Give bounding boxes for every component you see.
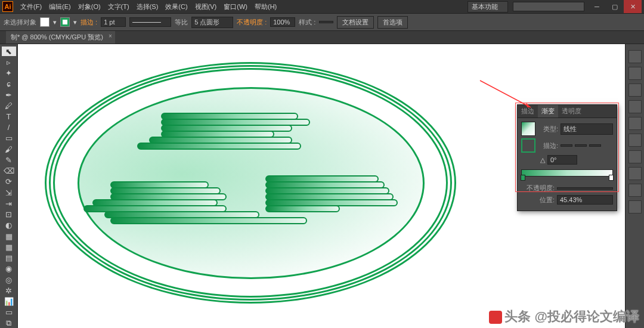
panel-icon-layers[interactable]: [628, 184, 642, 197]
menu-edit[interactable]: 编辑(E): [45, 2, 75, 11]
shape-builder-tool[interactable]: ◐: [2, 221, 16, 230]
document-setup-button[interactable]: 文档设置: [337, 16, 374, 29]
rotate-tool[interactable]: ⟳: [2, 177, 16, 187]
panel-icon-swatches[interactable]: [628, 67, 642, 80]
gradient-slider[interactable]: [521, 169, 613, 177]
line-tool[interactable]: /: [2, 123, 16, 132]
magic-wand-tool[interactable]: ✦: [2, 68, 16, 78]
panel-icon-stroke[interactable]: [628, 117, 642, 130]
panel-tabs: 描边 渐变 透明度: [518, 105, 617, 118]
stroke-label[interactable]: 描边 :: [80, 18, 97, 27]
menu-object[interactable]: 对象(O): [75, 2, 104, 11]
panel-opacity-field[interactable]: [557, 187, 613, 190]
direct-selection-tool[interactable]: ▹: [2, 57, 16, 67]
type-tool[interactable]: T: [2, 112, 16, 121]
search-input[interactable]: [513, 2, 584, 11]
eyedropper-tool[interactable]: ◉: [2, 264, 16, 274]
stroke-opt-1[interactable]: [561, 144, 572, 147]
stroke-dropdown-icon[interactable]: ▾: [73, 18, 77, 26]
blend-tool[interactable]: ◎: [2, 275, 16, 284]
eraser-tool[interactable]: ⌫: [2, 166, 16, 176]
style-label: 样式 :: [299, 18, 315, 27]
panel-tab-stroke[interactable]: 描边: [518, 105, 538, 117]
gradient-panel[interactable]: 描边 渐变 透明度 类型: 线性 描边: △ 0° 不透明度:: [517, 104, 617, 211]
panel-icon-symbols[interactable]: [628, 100, 642, 113]
watermark-logo-icon: [489, 311, 502, 324]
menu-select[interactable]: 选择(S): [133, 2, 162, 11]
fill-dropdown-icon[interactable]: ▾: [53, 18, 57, 26]
minimize-button[interactable]: ─: [588, 0, 606, 13]
panel-icon-artboards[interactable]: [628, 200, 642, 213]
panel-icon-gradient[interactable]: [628, 134, 642, 147]
menubar: Ai 文件(F) 编辑(E) 对象(O) 文字(T) 选择(S) 效果(C) 视…: [0, 0, 644, 13]
panel-tab-gradient[interactable]: 渐变: [538, 105, 558, 117]
opacity-field[interactable]: 100%: [270, 17, 295, 27]
menu-file[interactable]: 文件(F): [17, 2, 45, 11]
maximize-button[interactable]: ▢: [606, 0, 624, 13]
angle-field[interactable]: 0°: [547, 155, 577, 165]
gradient-tool[interactable]: ▤: [2, 253, 16, 262]
panel-icon-brushes[interactable]: [628, 83, 642, 97]
column-graph-tool[interactable]: 📊: [2, 296, 16, 306]
mesh-tool[interactable]: ▦: [2, 242, 16, 252]
document-tab[interactable]: 制* @ 800% (CMYK/GPU 预览) ×: [6, 31, 115, 44]
perspective-tool[interactable]: ▦: [2, 231, 16, 241]
selection-tool[interactable]: ⬉: [2, 47, 16, 56]
panel-icon-color[interactable]: [628, 50, 642, 63]
close-button[interactable]: ✕: [624, 0, 642, 13]
gradient-stop-left[interactable]: [521, 175, 525, 181]
pen-tool[interactable]: ✒: [2, 90, 16, 100]
type-select[interactable]: 线性: [561, 123, 613, 135]
stroke-swatch[interactable]: [60, 17, 70, 27]
width-tool[interactable]: ⇥: [2, 199, 16, 208]
lasso-tool[interactable]: ɕ: [2, 79, 16, 89]
panel-icon-appearance[interactable]: [628, 167, 642, 180]
slice-tool[interactable]: ⧉: [2, 318, 16, 328]
tab-close-icon[interactable]: ×: [109, 33, 112, 39]
angle-icon: △: [540, 156, 545, 164]
curvature-tool[interactable]: 🖊: [2, 101, 16, 110]
artboard-tool[interactable]: ▭: [2, 308, 16, 317]
document-tabstrip: 制* @ 800% (CMYK/GPU 预览) ×: [0, 31, 644, 44]
panel-body: 类型: 线性 描边: △ 0° 不透明度: 位置: 45.43%: [518, 118, 617, 211]
stroke-opt-3[interactable]: [589, 144, 601, 147]
position-label: 位置:: [521, 196, 555, 205]
menu-type[interactable]: 文字(T): [104, 2, 133, 11]
gradient-stop-right[interactable]: [609, 175, 614, 181]
app-logo: Ai: [2, 1, 13, 12]
stroke-profile-field[interactable]: [129, 17, 171, 27]
position-field[interactable]: 45.43%: [557, 195, 613, 205]
panel-stroke-label: 描边:: [538, 141, 558, 150]
right-panel-dock: [625, 44, 644, 328]
symbol-sprayer-tool[interactable]: ✲: [2, 286, 16, 295]
tools-panel: ⬉ ▹ ✦ ɕ ✒ 🖊 T / ▭ 🖌 ✎ ⌫ ⟳ ⇲ ⇥ ⊡ ◐ ▦ ▦ ▤ …: [0, 44, 18, 328]
menu-help[interactable]: 帮助(H): [251, 2, 280, 11]
menu-window[interactable]: 窗口(W): [220, 2, 251, 11]
workspace-dropdown[interactable]: 基本功能: [467, 1, 508, 13]
watermark: 头条 @投必得论文编译: [489, 308, 639, 326]
menu-effect[interactable]: 效果(C): [162, 2, 191, 11]
tab-title: 制* @ 800% (CMYK/GPU 预览): [11, 33, 103, 41]
rectangle-tool[interactable]: ▭: [2, 134, 16, 143]
control-bar: 未选择对象 ▾ ▾ 描边 : 1 pt 等比 5 点圆形 不透明度 : 100%…: [0, 13, 644, 31]
panel-icon-transparency[interactable]: [628, 150, 642, 163]
scale-tool[interactable]: ⇲: [2, 188, 16, 197]
opacity-label[interactable]: 不透明度 :: [237, 18, 267, 27]
panel-tab-transparency[interactable]: 透明度: [558, 105, 585, 117]
free-transform-tool[interactable]: ⊡: [2, 210, 16, 219]
paintbrush-tool[interactable]: 🖌: [2, 144, 16, 154]
panel-opacity-label: 不透明度:: [521, 184, 555, 193]
style-field[interactable]: [319, 21, 333, 23]
pencil-tool[interactable]: ✎: [2, 155, 16, 165]
gradient-fill-thumb[interactable]: [521, 122, 535, 136]
no-selection-label: 未选择对象: [4, 18, 36, 27]
uniform-label: 等比: [175, 18, 188, 27]
brush-field[interactable]: 5 点圆形: [191, 17, 233, 28]
type-label: 类型:: [538, 125, 558, 134]
stroke-opt-2[interactable]: [575, 144, 587, 147]
fill-swatch[interactable]: [40, 17, 49, 27]
stroke-weight-field[interactable]: 1 pt: [101, 17, 126, 27]
gradient-stroke-thumb[interactable]: [521, 138, 535, 153]
preferences-button[interactable]: 首选项: [377, 16, 408, 29]
menu-view[interactable]: 视图(V): [191, 2, 221, 11]
